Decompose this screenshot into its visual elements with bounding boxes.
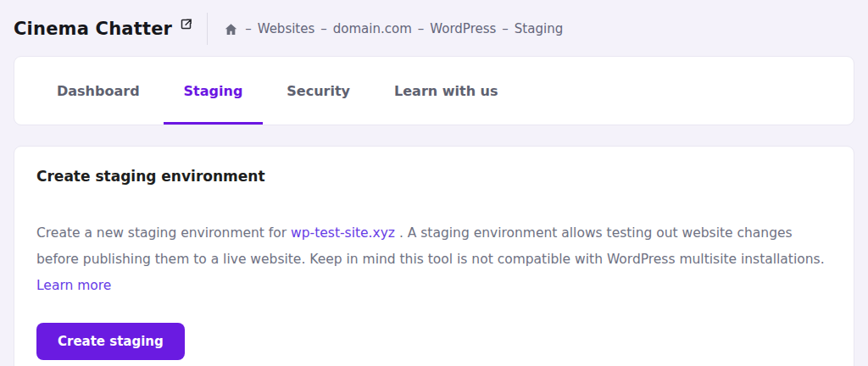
tab-staging[interactable]: Staging	[164, 57, 264, 125]
breadcrumb-separator: –	[245, 21, 252, 36]
breadcrumb-separator: –	[320, 21, 327, 36]
tab-security[interactable]: Security	[266, 57, 370, 125]
breadcrumb-item-domain[interactable]: domain.com	[333, 21, 412, 36]
create-staging-button[interactable]: Create staging	[36, 323, 185, 360]
create-staging-card: Create staging environment Create a new …	[14, 146, 854, 366]
external-link-icon[interactable]	[180, 18, 192, 30]
breadcrumb-item-websites[interactable]: Websites	[258, 21, 315, 36]
page-header: Cinema Chatter – Websites – domain.com –…	[0, 0, 868, 56]
site-title: Cinema Chatter	[14, 16, 172, 42]
home-icon[interactable]	[224, 22, 238, 36]
tab-dashboard[interactable]: Dashboard	[36, 57, 160, 125]
header-divider	[207, 13, 208, 45]
description-text-before: Create a new staging environment for	[36, 225, 291, 241]
breadcrumb-separator: –	[418, 21, 425, 36]
tab-learn-with-us[interactable]: Learn with us	[374, 57, 518, 125]
tabs-bar: Dashboard Staging Security Learn with us	[14, 56, 854, 125]
site-domain-link[interactable]: wp-test-site.xyz	[291, 225, 395, 241]
card-description: Create a new staging environment for wp-…	[36, 220, 832, 299]
learn-more-link[interactable]: Learn more	[36, 278, 111, 293]
breadcrumb-item-staging[interactable]: Staging	[515, 21, 563, 36]
breadcrumb: – Websites – domain.com – WordPress – St…	[224, 21, 563, 36]
breadcrumb-separator: –	[502, 21, 509, 36]
card-title: Create staging environment	[36, 168, 832, 185]
breadcrumb-item-wordpress[interactable]: WordPress	[430, 21, 496, 36]
